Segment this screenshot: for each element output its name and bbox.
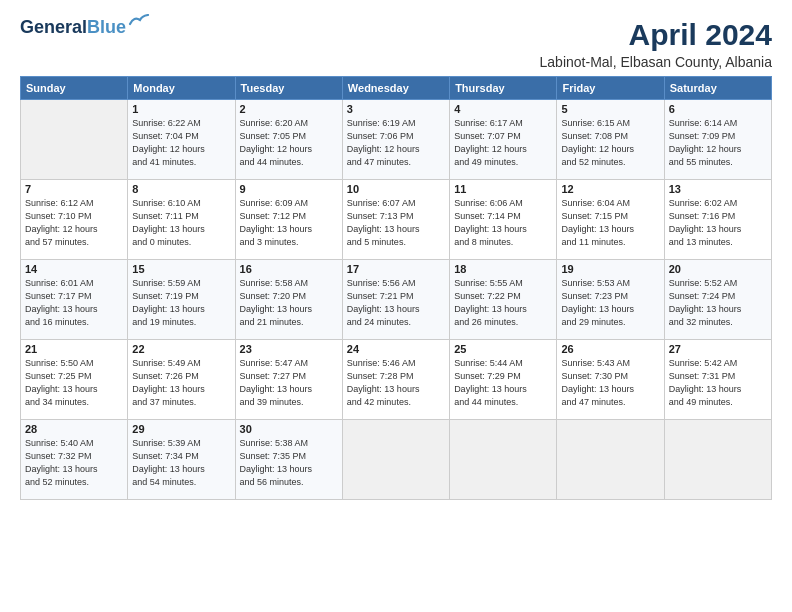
day-number: 10 xyxy=(347,183,445,195)
day-number: 29 xyxy=(132,423,230,435)
day-number: 13 xyxy=(669,183,767,195)
day-info: Sunrise: 5:56 AM Sunset: 7:21 PM Dayligh… xyxy=(347,277,445,329)
day-header-tuesday: Tuesday xyxy=(235,77,342,100)
day-info: Sunrise: 5:53 AM Sunset: 7:23 PM Dayligh… xyxy=(561,277,659,329)
day-info: Sunrise: 6:06 AM Sunset: 7:14 PM Dayligh… xyxy=(454,197,552,249)
day-info: Sunrise: 5:47 AM Sunset: 7:27 PM Dayligh… xyxy=(240,357,338,409)
calendar-cell: 29Sunrise: 5:39 AM Sunset: 7:34 PM Dayli… xyxy=(128,420,235,500)
day-number: 22 xyxy=(132,343,230,355)
day-number: 25 xyxy=(454,343,552,355)
day-number: 17 xyxy=(347,263,445,275)
day-header-wednesday: Wednesday xyxy=(342,77,449,100)
day-info: Sunrise: 6:07 AM Sunset: 7:13 PM Dayligh… xyxy=(347,197,445,249)
calendar-cell: 20Sunrise: 5:52 AM Sunset: 7:24 PM Dayli… xyxy=(664,260,771,340)
calendar-cell: 28Sunrise: 5:40 AM Sunset: 7:32 PM Dayli… xyxy=(21,420,128,500)
calendar-cell: 5Sunrise: 6:15 AM Sunset: 7:08 PM Daylig… xyxy=(557,100,664,180)
day-info: Sunrise: 5:39 AM Sunset: 7:34 PM Dayligh… xyxy=(132,437,230,489)
calendar-cell: 26Sunrise: 5:43 AM Sunset: 7:30 PM Dayli… xyxy=(557,340,664,420)
day-number: 28 xyxy=(25,423,123,435)
calendar-cell: 7Sunrise: 6:12 AM Sunset: 7:10 PM Daylig… xyxy=(21,180,128,260)
calendar-table: SundayMondayTuesdayWednesdayThursdayFrid… xyxy=(20,76,772,500)
calendar-cell: 3Sunrise: 6:19 AM Sunset: 7:06 PM Daylig… xyxy=(342,100,449,180)
calendar-cell: 19Sunrise: 5:53 AM Sunset: 7:23 PM Dayli… xyxy=(557,260,664,340)
day-info: Sunrise: 6:20 AM Sunset: 7:05 PM Dayligh… xyxy=(240,117,338,169)
location-title: Labinot-Mal, Elbasan County, Albania xyxy=(540,54,772,70)
calendar-cell: 17Sunrise: 5:56 AM Sunset: 7:21 PM Dayli… xyxy=(342,260,449,340)
day-header-friday: Friday xyxy=(557,77,664,100)
day-info: Sunrise: 6:19 AM Sunset: 7:06 PM Dayligh… xyxy=(347,117,445,169)
calendar-cell: 13Sunrise: 6:02 AM Sunset: 7:16 PM Dayli… xyxy=(664,180,771,260)
day-info: Sunrise: 5:43 AM Sunset: 7:30 PM Dayligh… xyxy=(561,357,659,409)
day-number: 6 xyxy=(669,103,767,115)
day-info: Sunrise: 6:02 AM Sunset: 7:16 PM Dayligh… xyxy=(669,197,767,249)
day-info: Sunrise: 5:52 AM Sunset: 7:24 PM Dayligh… xyxy=(669,277,767,329)
logo: GeneralBlue xyxy=(20,18,150,38)
day-info: Sunrise: 5:55 AM Sunset: 7:22 PM Dayligh… xyxy=(454,277,552,329)
day-number: 8 xyxy=(132,183,230,195)
day-info: Sunrise: 5:38 AM Sunset: 7:35 PM Dayligh… xyxy=(240,437,338,489)
calendar-cell: 15Sunrise: 5:59 AM Sunset: 7:19 PM Dayli… xyxy=(128,260,235,340)
logo-text: GeneralBlue xyxy=(20,18,126,38)
calendar-cell: 21Sunrise: 5:50 AM Sunset: 7:25 PM Dayli… xyxy=(21,340,128,420)
day-number: 14 xyxy=(25,263,123,275)
day-number: 26 xyxy=(561,343,659,355)
day-info: Sunrise: 6:14 AM Sunset: 7:09 PM Dayligh… xyxy=(669,117,767,169)
day-number: 20 xyxy=(669,263,767,275)
calendar-cell: 27Sunrise: 5:42 AM Sunset: 7:31 PM Dayli… xyxy=(664,340,771,420)
day-number: 1 xyxy=(132,103,230,115)
day-number: 21 xyxy=(25,343,123,355)
day-header-saturday: Saturday xyxy=(664,77,771,100)
day-info: Sunrise: 5:59 AM Sunset: 7:19 PM Dayligh… xyxy=(132,277,230,329)
day-number: 30 xyxy=(240,423,338,435)
calendar-cell: 30Sunrise: 5:38 AM Sunset: 7:35 PM Dayli… xyxy=(235,420,342,500)
calendar-cell xyxy=(557,420,664,500)
calendar-cell: 14Sunrise: 6:01 AM Sunset: 7:17 PM Dayli… xyxy=(21,260,128,340)
month-title: April 2024 xyxy=(540,18,772,52)
title-block: April 2024 Labinot-Mal, Elbasan County, … xyxy=(540,18,772,70)
week-row-2: 7Sunrise: 6:12 AM Sunset: 7:10 PM Daylig… xyxy=(21,180,772,260)
day-number: 2 xyxy=(240,103,338,115)
week-row-4: 21Sunrise: 5:50 AM Sunset: 7:25 PM Dayli… xyxy=(21,340,772,420)
day-info: Sunrise: 6:09 AM Sunset: 7:12 PM Dayligh… xyxy=(240,197,338,249)
day-info: Sunrise: 5:49 AM Sunset: 7:26 PM Dayligh… xyxy=(132,357,230,409)
week-row-1: 1Sunrise: 6:22 AM Sunset: 7:04 PM Daylig… xyxy=(21,100,772,180)
calendar-cell: 9Sunrise: 6:09 AM Sunset: 7:12 PM Daylig… xyxy=(235,180,342,260)
day-number: 12 xyxy=(561,183,659,195)
calendar-cell: 4Sunrise: 6:17 AM Sunset: 7:07 PM Daylig… xyxy=(450,100,557,180)
day-header-thursday: Thursday xyxy=(450,77,557,100)
days-header-row: SundayMondayTuesdayWednesdayThursdayFrid… xyxy=(21,77,772,100)
calendar-cell: 16Sunrise: 5:58 AM Sunset: 7:20 PM Dayli… xyxy=(235,260,342,340)
day-info: Sunrise: 6:15 AM Sunset: 7:08 PM Dayligh… xyxy=(561,117,659,169)
day-info: Sunrise: 5:44 AM Sunset: 7:29 PM Dayligh… xyxy=(454,357,552,409)
calendar-cell: 2Sunrise: 6:20 AM Sunset: 7:05 PM Daylig… xyxy=(235,100,342,180)
calendar-cell: 6Sunrise: 6:14 AM Sunset: 7:09 PM Daylig… xyxy=(664,100,771,180)
week-row-5: 28Sunrise: 5:40 AM Sunset: 7:32 PM Dayli… xyxy=(21,420,772,500)
calendar-cell xyxy=(342,420,449,500)
day-info: Sunrise: 6:04 AM Sunset: 7:15 PM Dayligh… xyxy=(561,197,659,249)
day-number: 18 xyxy=(454,263,552,275)
day-info: Sunrise: 6:17 AM Sunset: 7:07 PM Dayligh… xyxy=(454,117,552,169)
day-info: Sunrise: 6:22 AM Sunset: 7:04 PM Dayligh… xyxy=(132,117,230,169)
day-number: 15 xyxy=(132,263,230,275)
day-number: 4 xyxy=(454,103,552,115)
day-number: 11 xyxy=(454,183,552,195)
day-info: Sunrise: 5:42 AM Sunset: 7:31 PM Dayligh… xyxy=(669,357,767,409)
calendar-cell: 23Sunrise: 5:47 AM Sunset: 7:27 PM Dayli… xyxy=(235,340,342,420)
calendar-cell: 18Sunrise: 5:55 AM Sunset: 7:22 PM Dayli… xyxy=(450,260,557,340)
week-row-3: 14Sunrise: 6:01 AM Sunset: 7:17 PM Dayli… xyxy=(21,260,772,340)
day-number: 23 xyxy=(240,343,338,355)
calendar-cell: 24Sunrise: 5:46 AM Sunset: 7:28 PM Dayli… xyxy=(342,340,449,420)
logo-bird-icon xyxy=(128,14,150,34)
calendar-cell: 12Sunrise: 6:04 AM Sunset: 7:15 PM Dayli… xyxy=(557,180,664,260)
calendar-cell: 22Sunrise: 5:49 AM Sunset: 7:26 PM Dayli… xyxy=(128,340,235,420)
calendar-header: SundayMondayTuesdayWednesdayThursdayFrid… xyxy=(21,77,772,100)
calendar-page: GeneralBlue April 2024 Labinot-Mal, Elba… xyxy=(0,0,792,612)
day-info: Sunrise: 6:10 AM Sunset: 7:11 PM Dayligh… xyxy=(132,197,230,249)
day-number: 19 xyxy=(561,263,659,275)
day-number: 24 xyxy=(347,343,445,355)
calendar-cell: 11Sunrise: 6:06 AM Sunset: 7:14 PM Dayli… xyxy=(450,180,557,260)
day-header-sunday: Sunday xyxy=(21,77,128,100)
day-info: Sunrise: 5:50 AM Sunset: 7:25 PM Dayligh… xyxy=(25,357,123,409)
day-info: Sunrise: 6:01 AM Sunset: 7:17 PM Dayligh… xyxy=(25,277,123,329)
calendar-cell xyxy=(21,100,128,180)
